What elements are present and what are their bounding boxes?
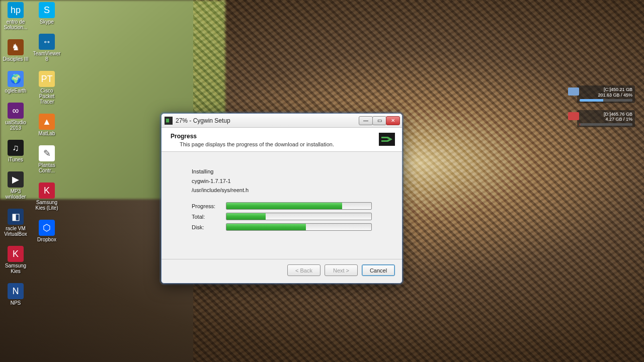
app-icon: ♫ (8, 140, 24, 156)
desktop-icon[interactable]: SSkype (32, 2, 61, 25)
progress-bar (226, 202, 372, 210)
desktop-icon[interactable]: ♫iTunes (1, 140, 30, 162)
disk-bar (226, 223, 372, 231)
app-icon: ♞ (8, 39, 24, 55)
app-icon: ▲ (39, 114, 55, 130)
window-title: 27% - Cygwin Setup (176, 117, 356, 124)
disk-row: Disk: (192, 223, 372, 231)
progress-label: Progress: (192, 203, 221, 209)
icon-label: Disciples III (3, 56, 28, 62)
header-title: Progress (171, 133, 393, 140)
icon-label: Cisco Packet Tracer (32, 88, 61, 105)
app-icon: ▶ (8, 171, 24, 188)
minimize-button[interactable]: — (359, 116, 373, 125)
icon-label: Samsung Kies (Lite) (32, 200, 61, 211)
dialog-footer: < Back Next > Cancel (162, 259, 402, 283)
desktop-icon[interactable]: ▶MP3 wnloader (1, 171, 30, 200)
app-icon: N (8, 283, 24, 299)
drive-text: [C:]450.21 GB201.63 GB / 45% (580, 87, 632, 98)
desktop-icon[interactable]: KSamsung Kies (1, 246, 30, 274)
app-icon: hp (8, 2, 24, 18)
drive-widget[interactable]: [C:]450.21 GB201.63 GB / 45% (577, 85, 635, 103)
dialog-body: Installing cygwin-1.7.17-1 /usr/include/… (162, 152, 402, 259)
disk-label: Disk: (192, 224, 221, 230)
progress-row: Progress: (192, 202, 372, 210)
status-text: Installing cygwin-1.7.17-1 /usr/include/… (192, 167, 372, 195)
app-icon: ◧ (8, 209, 24, 225)
icon-label: NPS (11, 300, 21, 306)
icon-label: Dropbox (37, 237, 56, 242)
status-file: /usr/include/sys/reent.h (192, 186, 372, 195)
app-icon (165, 117, 173, 125)
drive-icon (568, 87, 579, 96)
icon-label: racle VM VirtualBox (1, 226, 30, 237)
app-icon: K (8, 246, 24, 262)
desktop-icon[interactable]: PTCisco Packet Tracer (32, 71, 61, 105)
icon-label: entro de Solucion... (1, 19, 30, 30)
next-button[interactable]: Next > (325, 264, 358, 276)
desktop-icon[interactable]: ↔TeamViewer 8 (32, 34, 61, 62)
icon-label: MatLab (38, 131, 55, 136)
icon-label: iTunes (8, 157, 23, 162)
back-button[interactable]: < Back (287, 264, 320, 276)
total-row: Total: (192, 213, 372, 220)
icon-label: Samsung Kies (1, 263, 30, 274)
desktop-icon[interactable]: ♞Disciples III (1, 39, 30, 62)
status-package: cygwin-1.7.17-1 (192, 176, 372, 186)
icon-label: TeamViewer 8 (32, 51, 61, 62)
cygwin-logo-icon (379, 133, 395, 146)
cancel-button[interactable]: Cancel (362, 264, 395, 276)
desktop-icons-col1: hpentro de Solucion...♞Disciples III🌍ogl… (1, 2, 30, 306)
app-icon: PT (39, 71, 55, 87)
header-desc: This page displays the progress of the d… (180, 141, 393, 147)
icon-label: MP3 wnloader (1, 189, 30, 200)
total-label: Total: (192, 214, 221, 220)
drive-bar (580, 99, 632, 102)
icon-label: Plantas Contr... (32, 162, 61, 173)
desktop-icon[interactable]: ◧racle VM VirtualBox (1, 209, 30, 237)
drive-widget[interactable]: [D:]465.76 GB4.27 GB / 1% (577, 110, 635, 128)
installer-dialog: 27% - Cygwin Setup — ▭ ✕ Progress This p… (161, 113, 403, 284)
app-icon: S (39, 2, 55, 18)
app-icon: K (39, 183, 55, 199)
app-icon: ⬡ (39, 220, 55, 236)
desktop-icon[interactable]: ⬡Dropbox (32, 220, 61, 242)
desktop-icon[interactable]: ✎Plantas Contr... (32, 145, 61, 173)
icon-label: ogleEarth (5, 88, 27, 94)
window-buttons: — ▭ ✕ (359, 116, 400, 125)
icon-label: Skype (40, 19, 54, 25)
app-icon: 🌍 (8, 71, 24, 87)
desktop-icon[interactable]: ▲MatLab (32, 114, 61, 136)
dialog-header: Progress This page displays the progress… (162, 128, 402, 152)
app-icon: ✎ (39, 145, 55, 161)
close-button[interactable]: ✕ (386, 116, 400, 125)
desktop-icon[interactable]: hpentro de Solucion... (1, 2, 30, 30)
app-icon: ↔ (39, 34, 55, 50)
total-bar (226, 213, 372, 220)
drive-text: [D:]465.76 GB4.27 GB / 1% (580, 112, 632, 123)
icon-label: ualStudio 2013 (1, 120, 30, 131)
drive-icon (568, 112, 579, 120)
desktop-icon[interactable]: 🌍ogleEarth (1, 71, 30, 94)
maximize-button[interactable]: ▭ (372, 116, 386, 125)
desktop-icons-col2: SSkype↔TeamViewer 8PTCisco Packet Tracer… (32, 2, 61, 242)
app-icon: ∞ (8, 103, 24, 119)
desktop-icon[interactable]: ∞ualStudio 2013 (1, 103, 30, 131)
drive-widgets: [C:]450.21 GB201.63 GB / 45%[D:]465.76 G… (577, 85, 635, 127)
drive-bar (580, 123, 632, 126)
status-action: Installing (192, 167, 372, 176)
titlebar[interactable]: 27% - Cygwin Setup — ▭ ✕ (162, 114, 402, 128)
desktop-icon[interactable]: KSamsung Kies (Lite) (32, 183, 61, 211)
desktop-icon[interactable]: NNPS (1, 283, 30, 306)
